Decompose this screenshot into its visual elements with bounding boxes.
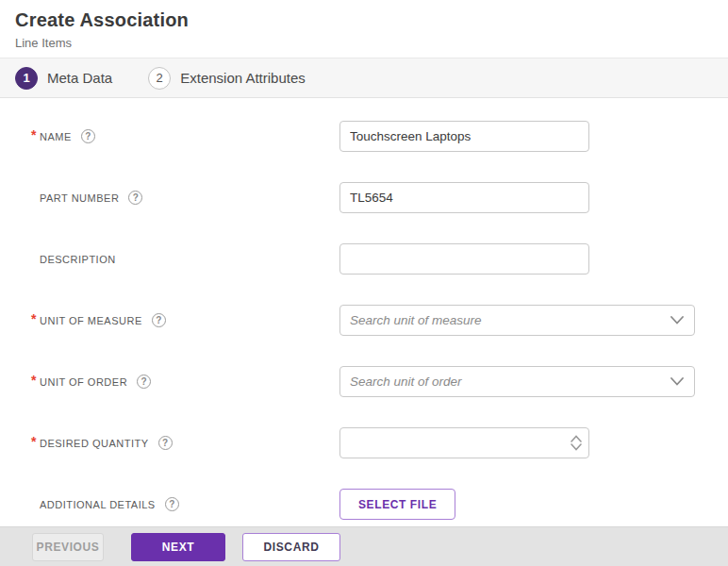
- label-wrap: * NAME ?: [0, 129, 339, 143]
- page-subtitle: Line Items: [15, 36, 713, 50]
- field-label: DESIRED QUANTITY: [40, 438, 149, 449]
- help-icon[interactable]: ?: [158, 436, 173, 450]
- description-input[interactable]: [339, 243, 589, 275]
- wizard-footer: PREVIOUS NEXT DISCARD: [0, 526, 728, 566]
- discard-button[interactable]: DISCARD: [242, 533, 340, 561]
- step-meta-data[interactable]: 1 Meta Data: [15, 67, 112, 90]
- label-wrap: DESCRIPTION: [0, 254, 339, 265]
- chevron-down-icon[interactable]: [670, 316, 684, 325]
- help-icon[interactable]: ?: [128, 191, 142, 205]
- label-wrap: * UNIT OF MEASURE ?: [0, 313, 339, 327]
- page-header: Create Association Line Items: [0, 0, 728, 58]
- control: [339, 366, 695, 397]
- step-number-badge: 2: [148, 67, 171, 90]
- label-wrap: ADDITIONAL DETAILS ?: [0, 497, 339, 511]
- step-number-badge: 1: [15, 67, 38, 90]
- previous-button[interactable]: PREVIOUS: [32, 533, 104, 561]
- required-marker: *: [31, 127, 36, 142]
- control: [339, 182, 589, 213]
- required-marker: *: [31, 311, 36, 326]
- help-icon[interactable]: ?: [165, 497, 179, 511]
- field-label: DESCRIPTION: [40, 254, 116, 265]
- required-marker: *: [31, 434, 36, 449]
- help-icon[interactable]: ?: [152, 313, 166, 327]
- label-wrap: PART NUMBER ?: [0, 191, 339, 205]
- control: [339, 243, 589, 275]
- field-label: PART NUMBER: [40, 192, 119, 204]
- step-label: Meta Data: [47, 70, 112, 86]
- quantity-stepper: [571, 435, 582, 451]
- control: [339, 427, 589, 458]
- field-label: UNIT OF ORDER: [40, 376, 127, 388]
- control: [339, 305, 695, 336]
- page-title: Create Association: [15, 9, 713, 31]
- unit-of-order-select[interactable]: [339, 366, 695, 397]
- desired-quantity-input[interactable]: [339, 427, 589, 458]
- help-icon[interactable]: ?: [137, 375, 151, 389]
- step-label: Extension Attributes: [180, 70, 306, 86]
- form-row-unit-of-measure: * UNIT OF MEASURE ?: [0, 290, 728, 351]
- form-row-description: DESCRIPTION: [0, 228, 728, 290]
- unit-of-measure-select[interactable]: [339, 305, 695, 336]
- form-row-part-number: PART NUMBER ?: [0, 167, 728, 228]
- form-row-name: * NAME ?: [0, 106, 728, 167]
- chevron-down-icon[interactable]: [670, 377, 684, 386]
- form-row-desired-quantity: * DESIRED QUANTITY ?: [0, 412, 728, 474]
- name-input[interactable]: [339, 121, 589, 152]
- control: SELECT FILE: [339, 489, 455, 520]
- stepper-up-icon[interactable]: [571, 435, 582, 442]
- field-label: ADDITIONAL DETAILS: [40, 499, 156, 510]
- form-row-unit-of-order: * UNIT OF ORDER ?: [0, 351, 728, 412]
- part-number-input[interactable]: [339, 182, 589, 213]
- step-extension-attributes[interactable]: 2 Extension Attributes: [148, 67, 306, 90]
- next-button[interactable]: NEXT: [131, 533, 225, 561]
- control: [339, 121, 589, 152]
- label-wrap: * UNIT OF ORDER ?: [0, 375, 339, 389]
- label-wrap: * DESIRED QUANTITY ?: [0, 436, 339, 450]
- select-file-button[interactable]: SELECT FILE: [339, 489, 455, 520]
- stepper-down-icon[interactable]: [571, 443, 582, 451]
- meta-data-form: * NAME ? PART NUMBER ? DESCRIPTION * UNI…: [0, 98, 728, 535]
- required-marker: *: [31, 373, 36, 388]
- field-label: UNIT OF MEASURE: [40, 315, 142, 326]
- help-icon[interactable]: ?: [81, 129, 95, 143]
- wizard-stepper: 1 Meta Data 2 Extension Attributes: [0, 58, 728, 98]
- field-label: NAME: [40, 131, 72, 142]
